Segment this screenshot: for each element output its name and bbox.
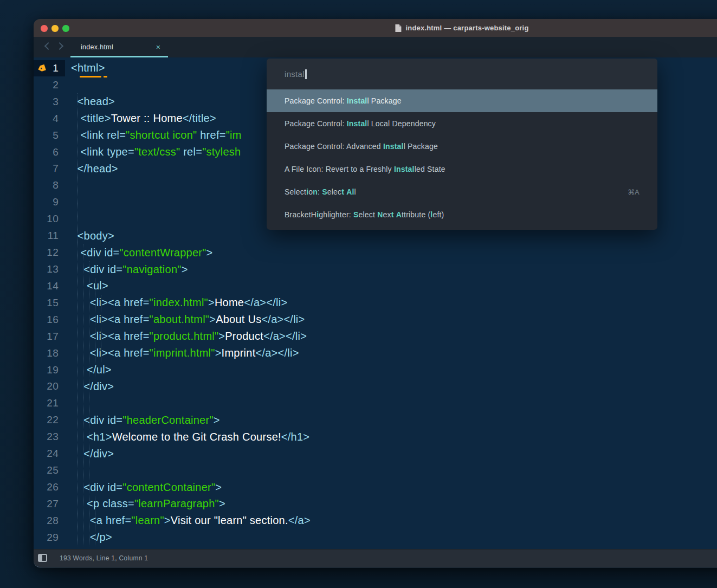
palette-item[interactable]: Selection: Select All⌘A xyxy=(267,180,657,203)
token-str: "headerContainer" xyxy=(122,414,213,427)
code-line[interactable]: 20 </div> xyxy=(34,378,717,395)
palette-item[interactable]: BracketHighlighter: Select Next Attribut… xyxy=(267,203,657,226)
minimize-window-button[interactable] xyxy=(51,25,59,32)
line-number-gutter[interactable]: 3 xyxy=(34,93,65,110)
code-line[interactable]: 26 <div id="contentContainer"> xyxy=(34,479,717,496)
line-number: 16 xyxy=(47,314,59,326)
line-content: <p class="learnParagraph"> xyxy=(65,495,225,512)
line-number: 7 xyxy=(53,163,59,175)
line-content: <ul> xyxy=(65,277,108,294)
token-str: "learnParagraph" xyxy=(134,497,219,510)
line-number-gutter[interactable]: 12 xyxy=(34,244,65,261)
line-number-gutter[interactable]: 18 xyxy=(34,345,65,361)
titlebar[interactable]: index.html — carparts-website_orig xyxy=(34,19,717,37)
line-content: <div id="headerContainer"> xyxy=(65,412,220,429)
code-line[interactable]: 16 <li><a href="about.html">About Us</a>… xyxy=(34,311,717,328)
line-content xyxy=(65,76,71,93)
code-line[interactable]: 15 <li><a href="index.html">Home</a></li… xyxy=(34,294,717,311)
line-number-gutter[interactable]: 9 xyxy=(34,194,65,211)
code-line[interactable]: 18 <li><a href="imprint.html">Imprint</a… xyxy=(34,345,717,361)
tab-close-icon[interactable]: × xyxy=(156,43,160,51)
line-number-gutter[interactable]: 14 xyxy=(34,277,65,294)
line-number: 10 xyxy=(47,213,59,225)
line-number: 19 xyxy=(47,364,59,376)
command-palette-input[interactable]: instal xyxy=(267,59,657,89)
palette-item[interactable]: Package Control: Install Local Dependenc… xyxy=(267,112,657,135)
palette-item[interactable]: Package Control: Install Package xyxy=(267,89,657,112)
match-highlight: Instal xyxy=(347,96,367,105)
line-content: <link type="text/css" rel="stylesh xyxy=(65,144,241,160)
bookmark-tag-icon xyxy=(36,63,47,73)
line-number: 2 xyxy=(53,79,59,91)
line-number-gutter[interactable]: 11 xyxy=(34,228,65,244)
line-number: 14 xyxy=(47,280,59,292)
token-str: "about.html" xyxy=(150,313,210,326)
palette-item-label: A File Icon: Revert to a Freshly Install… xyxy=(285,165,445,173)
token-str: "contentWrapper" xyxy=(119,247,206,259)
line-number-gutter[interactable]: 15 xyxy=(34,294,65,311)
line-number-gutter[interactable]: 2 xyxy=(34,76,65,93)
code-line[interactable]: 17 <li><a href="product.html">Product</a… xyxy=(34,328,717,345)
line-number-gutter[interactable]: 19 xyxy=(34,361,65,378)
code-line[interactable]: 29 </p> xyxy=(34,529,717,546)
line-number: 9 xyxy=(53,196,59,208)
code-line[interactable]: 24 </div> xyxy=(34,445,717,462)
code-line[interactable]: 19 </ul> xyxy=(34,361,717,378)
line-content: </div> xyxy=(65,378,114,395)
palette-item[interactable]: A File Icon: Revert to a Freshly Install… xyxy=(267,158,657,180)
line-number-gutter[interactable]: 26 xyxy=(34,479,65,496)
line-number-gutter[interactable]: 22 xyxy=(34,412,65,429)
line-number-gutter[interactable]: 10 xyxy=(34,211,65,228)
code-line[interactable]: 12 <div id="contentWrapper"> xyxy=(34,244,717,261)
line-number: 26 xyxy=(47,481,59,493)
code-line[interactable]: 25 xyxy=(34,462,717,479)
token-tag: <body> xyxy=(71,230,114,242)
token-tag: href= xyxy=(197,129,225,141)
code-line[interactable]: 22 <div id="headerContainer"> xyxy=(34,412,717,429)
line-number: 24 xyxy=(47,448,59,460)
token-tag: rel= xyxy=(180,146,202,158)
code-line[interactable]: 27 <p class="learnParagraph"> xyxy=(34,495,717,512)
sidebar-toggle-icon[interactable] xyxy=(38,554,47,562)
tab-label: index.html xyxy=(81,43,113,51)
line-number-gutter[interactable]: 6 xyxy=(34,144,65,160)
code-line[interactable]: 28 <a href="learn">Visit our "learn" sec… xyxy=(34,512,717,529)
token-tag: </ul> xyxy=(71,364,112,376)
line-number-gutter[interactable]: 7 xyxy=(34,160,65,177)
line-number-gutter[interactable]: 4 xyxy=(34,110,65,127)
line-number-gutter[interactable]: 20 xyxy=(34,378,65,395)
line-number-gutter[interactable]: 25 xyxy=(34,462,65,479)
token-str: "index.html" xyxy=(150,296,208,309)
token-tag: </a> xyxy=(288,514,311,527)
code-line[interactable]: 13 <div id="navigation"> xyxy=(34,261,717,278)
line-number-gutter[interactable]: 13 xyxy=(34,261,65,278)
line-number-gutter[interactable]: 27 xyxy=(34,495,65,512)
tab-index-html[interactable]: index.html × xyxy=(70,37,168,57)
line-number-gutter[interactable]: 28 xyxy=(34,512,65,529)
code-line[interactable]: 21 xyxy=(34,395,717,412)
line-number-gutter[interactable]: 1 xyxy=(34,60,65,77)
palette-item[interactable]: Package Control: Advanced Install Packag… xyxy=(267,135,657,158)
line-number-gutter[interactable]: 17 xyxy=(34,328,65,345)
line-content xyxy=(65,395,71,412)
line-number-gutter[interactable]: 8 xyxy=(34,177,65,194)
line-number-gutter[interactable]: 5 xyxy=(34,127,65,144)
token-txt: Visit our "learn" section. xyxy=(171,514,288,527)
code-line[interactable]: 23 <h1>Welcome to the Git Crash Course!<… xyxy=(34,429,717,445)
close-window-button[interactable] xyxy=(41,25,48,32)
line-number: 5 xyxy=(53,130,59,141)
line-number-gutter[interactable]: 16 xyxy=(34,311,65,328)
code-line[interactable]: 11 <body> xyxy=(34,228,717,244)
match-highlight: A xyxy=(346,188,352,196)
token-tag: </h1> xyxy=(281,431,309,443)
line-number-gutter[interactable]: 29 xyxy=(34,529,65,546)
token-tag: > xyxy=(214,414,220,427)
zoom-window-button[interactable] xyxy=(62,25,69,32)
back-button[interactable] xyxy=(43,42,51,49)
palette-item-label: Package Control: Install Local Dependenc… xyxy=(285,119,436,128)
line-number-gutter[interactable]: 21 xyxy=(34,395,65,412)
forward-button[interactable] xyxy=(56,42,64,49)
line-number-gutter[interactable]: 23 xyxy=(34,429,65,445)
code-line[interactable]: 14 <ul> xyxy=(34,277,717,294)
line-number-gutter[interactable]: 24 xyxy=(34,445,65,462)
